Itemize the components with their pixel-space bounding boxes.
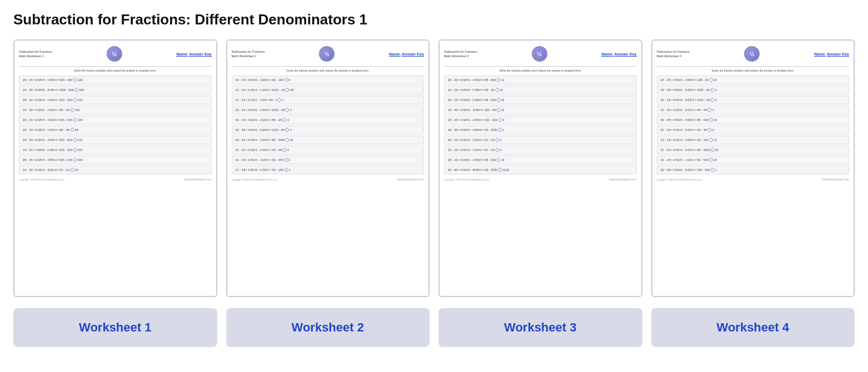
worksheet-btn-3-label: Worksheet 3 [504, 320, 576, 334]
ws4-row-10: 2/3 − 2/5 = 2×5/3×5 − 2×3/5×3 = 10/9 − 8… [657, 165, 850, 174]
ws1-problems: 1/4 − 1/5 = 1×5/4×5 − 1×4/5×4 = 5/20 − 4… [19, 76, 212, 174]
ws1-name-block: Name: Answer Key [176, 52, 211, 56]
ws3-footer: Copyright © 2006-2015 DadsWorksheets.com… [444, 178, 637, 181]
ws4-problems: 2/4 − 2/5 = 2×5/4×5 − 2×4/5×4 = 12/8 − 2… [657, 76, 850, 174]
worksheet-btn-2[interactable]: Worksheet 2 [226, 308, 430, 347]
worksheet-card-3[interactable]: Subtraction for Fractions Math Worksheet… [438, 39, 642, 297]
ws1-row-1: 1/4 − 1/5 = 1×5/4×5 − 1×4/5×4 = 5/20 − 4… [19, 76, 212, 84]
worksheet-preview-4: Subtraction for Fractions Math Worksheet… [652, 41, 854, 296]
ws4-instruction: Solve the fraction problem and reduce th… [657, 66, 850, 72]
worksheet-btn-2-label: Worksheet 2 [292, 320, 364, 334]
ws4-row-6: 2/1 − 3/4 = 2×4/1×4 − 3×1/4×1 = 4/3 − 4/… [657, 125, 850, 134]
worksheet-btn-1-label: Worksheet 1 [79, 320, 151, 334]
worksheet-preview-1: Subtraction for Fractions Math Worksheet… [14, 41, 216, 296]
worksheet-btn-4-label: Worksheet 4 [717, 320, 789, 334]
ws4-name-block: Name: Answer Key [814, 52, 849, 56]
ws3-row-4: 1/4 − 3/5 = 1×3/4×3 − 3×4/5×4 = 15/3 − 4… [444, 105, 637, 114]
ws4-copyright: Copyright © 2006-2015 DadsWorksheets.com [657, 178, 702, 181]
ws4-title-block: Subtraction for Fractions Math Worksheet… [657, 49, 690, 59]
ws2-problems: 2/4 − 1/5 = 2×5/4×5 − 1×4/5×4 = 6/4 − 13… [232, 76, 425, 174]
ws1-footer: Copyright © 2006-2015 DadsWorksheets.com… [19, 178, 212, 181]
ws3-footer-logo: DadsWorksheets.com [610, 178, 637, 181]
ws1-row-10: 3/2 − 3/2 = 3×2/2×2 − 3×2/2×2 = 2/4 − 1/… [19, 165, 212, 174]
ws2-instruction: Solve the fraction problem and reduce th… [232, 66, 425, 72]
ws4-row-2: 4/3 − 3/5 = 4×5/3×5 − 3×3/5×3 = 18/15 − … [657, 86, 850, 94]
ws1-row-9: 3/5 − 3/5 = 3×3/5×3 − 3×5/5×3 = 9/15 − 6… [19, 155, 212, 164]
worksheet-card-4[interactable]: Subtraction for Fractions Math Worksheet… [651, 39, 855, 297]
worksheet-preview-2: Subtraction for Fractions Math Worksheet… [227, 41, 429, 296]
worksheet-preview-3: Subtraction for Fractions Math Worksheet… [440, 41, 641, 296]
ws1-copyright: Copyright © 2006-2015 DadsWorksheets.com [19, 178, 64, 181]
worksheets-grid: Subtraction for Fractions Math Worksheet… [13, 39, 855, 297]
ws1-row-5: 2/5 − 1/3 = 2×3/5×3 − 1×5/3×5 = 6/15 − 5… [19, 115, 212, 124]
ws3-row-9: 3/5 − 1/3 = 3×2/5×2 − 1×5/3×5 = 6/5 − 5/… [444, 155, 637, 164]
ws4-row-1: 2/4 − 2/5 = 2×5/4×5 − 2×4/5×4 = 12/8 − 2… [657, 76, 850, 84]
ws2-row-3: 1/1 − 1/2 = 1×1/2×1 − 1×2/4 = 4/4 − 1 1 [232, 95, 425, 104]
ws3-copyright: Copyright © 2006-2015 DadsWorksheets.com [444, 178, 490, 181]
ws3-instruction: Solve the fraction problem and reduce th… [444, 66, 637, 72]
ws2-row-8: 2/1 − 2/3 = 2×3/1×3 − 2×1/3×1 = 4/3 − 6/… [232, 145, 425, 154]
ws4-row-7: 1/1 − 1/4 = 1×4/1×4 − 1×3/4×3 = 4/3 − 3/… [657, 135, 850, 144]
ws1-row-3: 3/5 − 1/2 = 3×2/5×2 − 1×5/2×5 = 6/10 − 5… [19, 95, 212, 104]
ws1-row-2: 3/4 − 2/5 = 3×5/4×5 − 2×4/5×4 = 15/20 − … [19, 86, 212, 94]
buttons-row: Worksheet 1 Worksheet 2 Worksheet 3 Work… [13, 308, 855, 347]
worksheet-btn-1[interactable]: Worksheet 1 [13, 308, 217, 347]
ws1-row-7: 3/4 − 2/3 = 3×3/4×3 − 2×4/3×4 = 9/12 − 8… [19, 135, 212, 144]
ws1-footer-logo: DadsWorksheets.com [184, 178, 212, 181]
ws1-logo: ½ [107, 46, 122, 62]
ws3-row-3: 2/3 − 1/5 = 2×5/3×5 − 1×3/5×3 = 5/8 − 5/… [444, 95, 637, 104]
ws2-footer: Copyright © 2006-2015 DadsWorksheets.com… [232, 178, 425, 181]
ws4-row-5: 4/3 − 4/5 = 4×5/3×5 − 4×3/5×3 = 8/5 − 6/… [657, 115, 850, 124]
ws3-title-block: Subtraction for Fractions Math Worksheet… [444, 49, 477, 59]
ws1-title-block: Subtraction for Fractions Math Worksheet… [19, 49, 52, 59]
worksheet-card-2[interactable]: Subtraction for Fractions Math Worksheet… [226, 39, 430, 297]
ws2-copyright: Copyright © 2006-2015 DadsWorksheets.com [232, 178, 277, 181]
ws3-row-1: 3/4 − 2/3 = 3×3/4×3 − 2×4/3×4 = 8/5 − 8/… [444, 76, 637, 84]
ws2-footer-logo: DadsWorksheets.com [397, 178, 424, 181]
ws3-problems: 3/4 − 2/3 = 3×3/4×3 − 2×4/3×4 = 8/5 − 8/… [444, 76, 637, 174]
ws2-row-6: 4/2 − 3/5 = 4×5/2×5 − 3×2/5×2 = 12/16 − … [232, 125, 425, 134]
ws1-row-4: 1/3 − 1/6 = 1×2/3×2 − 1×1/6×1 = 2/6 − 1/… [19, 105, 212, 114]
ws3-name-block: Name: Answer Key [601, 52, 636, 56]
ws2-row-1: 2/4 − 1/5 = 2×5/4×5 − 1×4/5×4 = 6/4 − 13… [232, 76, 425, 84]
ws2-row-2: 1/1 − 1/4 = 1×4/1×4 − 1×1/4×1 = 16/15 − … [232, 86, 425, 94]
ws4-row-9: 1/1 − 1/5 = 1×5/1×5 − 1×1/5×1 = 5/2 − 5/… [657, 155, 850, 164]
worksheet-card-1[interactable]: Subtraction for Fractions Math Worksheet… [13, 39, 217, 297]
ws2-row-5: 4/1 − 2/3 = 4×3/1×3 − 2×1/3×1 = 8/5 − 3/… [232, 115, 425, 124]
ws4-row-8: 2/1 − 2/4 = 2×4/1×4 − 2×1/4×1 = 8/5 − 20… [657, 145, 850, 154]
ws1-row-8: 1/3 − 1/5 = 1×5/3×5 − 1×3/5×3 = 5/15 − 3… [19, 145, 212, 154]
worksheet-btn-4[interactable]: Worksheet 4 [651, 308, 855, 347]
ws2-name-block: Name: Answer Key [389, 52, 424, 56]
ws2-title-block: Subtraction for Fractions Math Worksheet… [232, 49, 265, 59]
ws4-footer-logo: DadsWorksheets.com [822, 178, 849, 181]
ws3-row-7: 3/1 − 1/3 = 3×2/1×2 − 1×2/3×2 = 2/1 − 1/… [444, 135, 637, 144]
ws3-logo: ½ [532, 46, 547, 62]
ws3-row-2: 1/4 − 1/6 = 1×6/4×6 − 1×4/6×4 = 6/3 − 3/… [444, 86, 637, 94]
ws4-row-3: 4/2 − 3/5 = 4×5/2×5 − 3×2/5×2 = 12/12 − … [657, 95, 850, 104]
ws2-logo: ½ [319, 46, 335, 62]
ws3-row-8: 1/2 − 1/4 = 1×2/2×2 − 1×1/4×1 = 2/1 − 1/… [444, 145, 637, 154]
page-title: Subtraction for Fractions: Different Den… [13, 11, 855, 28]
ws1-row-6: 3/2 − 2/3 = 3×3/2×3 − 2×2/3×2 = 9/6 − 4/… [19, 125, 212, 134]
ws2-row-7: 5/2 − 1/4 = 5×4/2×4 − 1×2/4×2 = 8/5 − 30… [232, 135, 425, 144]
ws3-row-10: 3/4 − 8/5 = 3×5/4×5 − 8×4/5×4 = 4/3 − 20… [444, 165, 637, 174]
ws4-footer: Copyright © 2006-2015 DadsWorksheets.com… [657, 178, 850, 181]
ws4-logo: ½ [744, 46, 760, 62]
ws3-row-6: 4/6 − 3/5 = 4×5/6×5 − 3×6/5×6 = 4/3 − 20… [444, 125, 637, 134]
ws2-row-10: 1/7 − 1/8 = 1×8/7×8 − 1×7/8×7 = 5/3 − 1/… [232, 165, 425, 174]
ws2-row-4: 2/3 − 1/5 = 2×5/3×5 − 1×3/5×3 = 15/16 − … [232, 105, 425, 114]
worksheet-btn-3[interactable]: Worksheet 3 [438, 308, 642, 347]
ws3-row-5: 1/4 − 2/5 = 1×3/4×3 − 2×4/5×4 = 4/12 − 4… [444, 115, 637, 124]
ws4-row-4: 1/2 − 3/4 = 1×2/2×2 − 3×1/4×1 = 6/4 − 4/… [657, 105, 850, 114]
ws2-row-9: 1/1 − 1/5 = 1×5/1×5 − 1×1/5×1 = 5/3 − 5/… [232, 155, 425, 164]
ws1-instruction: Solve the fraction problem and reduce th… [19, 66, 212, 72]
